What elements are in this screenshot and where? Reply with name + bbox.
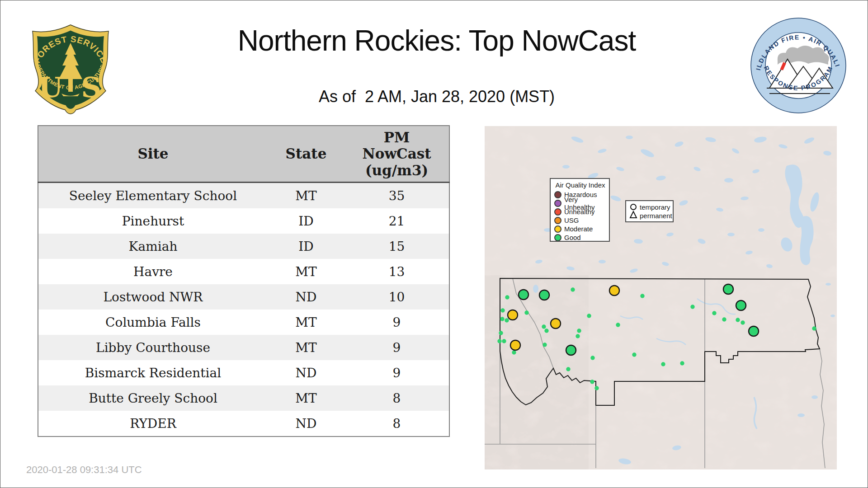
aqi-item-label: Moderate (564, 225, 593, 233)
aqi-legend-items: HazardousVery UnhealthyUnhealthyUSGModer… (554, 190, 609, 242)
temporary-monitor-dot (576, 334, 580, 338)
temporary-monitor-dot (616, 323, 620, 327)
temporary-monitor-dot (499, 331, 503, 335)
cell-site: Seeley Elementary School (38, 183, 268, 209)
cell-value: 35 (344, 183, 449, 209)
cell-site: Havre (38, 259, 268, 284)
permanent-icon (630, 211, 637, 218)
wfaqrp-logo: WILDLAND FIRE • AIR QUALITY RESPONSE PRO… (749, 16, 848, 115)
cell-state: ND (268, 284, 344, 310)
aqi-legend-item: Moderate (554, 225, 609, 233)
wfaqrp-circle-icon: WILDLAND FIRE • AIR QUALITY RESPONSE PRO… (749, 16, 848, 115)
cell-value: 9 (344, 335, 449, 360)
cell-state: ID (268, 234, 344, 259)
temporary-monitor-dot (640, 294, 644, 298)
aqi-legend-item: USG (554, 216, 609, 225)
temporary-monitor-dot (722, 317, 726, 321)
temporary-monitor-dot (500, 308, 505, 312)
aqi-swatch-icon (554, 234, 561, 241)
temporary-monitor-dot (632, 352, 636, 357)
temporary-monitor-dot (577, 328, 581, 333)
cell-site: Libby Courthouse (38, 335, 268, 360)
cell-state: MT (268, 335, 344, 360)
temporary-monitor-dot (590, 356, 594, 360)
cell-state: ND (268, 360, 344, 385)
column-header-state: State (268, 126, 344, 183)
temporary-monitor-dot (741, 320, 745, 324)
temporary-monitor-dot (587, 314, 591, 318)
permanent-monitor-dot (566, 345, 576, 355)
aqi-swatch-icon (554, 208, 561, 216)
aqi-swatch-icon (554, 225, 561, 233)
report-page: FOREST SERVICE DEPARTMENT OF AGRICULTURE… (0, 0, 868, 488)
temporary-monitor-dot (736, 318, 740, 322)
temporary-monitor-dot (712, 311, 716, 315)
permanent-monitor-dot (508, 310, 518, 320)
temporary-monitor-dot (497, 339, 501, 343)
temporary-monitor-dot (542, 324, 546, 328)
table-row: Seeley Elementary SchoolMT35 (38, 183, 449, 209)
temporary-monitor-dot (524, 310, 528, 314)
table-row: PinehurstID21 (38, 208, 449, 234)
cell-state: ID (268, 208, 344, 234)
table-row: Bismarck ResidentialND9 (38, 360, 449, 385)
permanent-monitor-dot (749, 326, 759, 336)
temporary-monitor-dot (512, 350, 516, 354)
temporary-monitor-dot (690, 305, 694, 309)
permanent-label: permanent (640, 211, 672, 220)
monitor-map: Air Quality Index HazardousVery Unhealth… (485, 126, 837, 469)
permanent-monitor-dot (609, 286, 619, 296)
cell-value: 9 (344, 360, 449, 385)
cell-value: 8 (344, 385, 449, 411)
page-subtitle: As of 2 AM, Jan 28, 2020 (MST) (179, 87, 694, 106)
temporary-monitor-dot (502, 339, 506, 343)
cell-state: ND (268, 411, 344, 436)
temporary-monitor-dot (505, 295, 509, 299)
cell-state: MT (268, 385, 344, 411)
cell-state: MT (268, 310, 344, 335)
permanent-monitor-dot (551, 319, 561, 328)
aqi-legend: Air Quality Index HazardousVery Unhealth… (550, 178, 610, 242)
cell-value: 9 (344, 310, 449, 335)
temporary-monitor-dot (594, 386, 599, 390)
cell-value: 15 (344, 234, 449, 259)
permanent-monitor-dot (736, 300, 746, 310)
cell-site: RYDER (38, 411, 268, 436)
table-row: Libby CourthouseMT9 (38, 335, 449, 360)
aqi-legend-item: Very Unhealthy (554, 199, 609, 207)
aqi-legend-item: Good (554, 233, 609, 242)
forest-service-logo: FOREST SERVICE DEPARTMENT OF AGRICULTURE… (25, 19, 116, 119)
temporary-label: temporary (640, 203, 672, 211)
cell-site: Bismarck Residential (38, 360, 268, 385)
cell-state: MT (268, 259, 344, 284)
cell-value: 21 (344, 208, 449, 234)
aqi-item-label: USG (564, 216, 579, 224)
temporary-monitor-dot (542, 343, 547, 347)
nowcast-table-body: Seeley Elementary SchoolMT35PinehurstID2… (38, 183, 449, 437)
cell-site: Kamiah (38, 234, 268, 259)
table-row: Columbia FallsMT9 (38, 310, 449, 335)
table-row: HavreMT13 (38, 259, 449, 284)
table-row: KamiahID15 (38, 234, 449, 259)
temporary-monitor-dot (590, 380, 594, 384)
temporary-icon (631, 204, 636, 210)
cell-state: MT (268, 183, 344, 209)
table-row: RYDERND8 (38, 411, 449, 436)
nowcast-table: Site State PM NowCast (ug/m3) Seeley Ele… (38, 125, 450, 437)
cell-site: Pinehurst (38, 208, 268, 234)
column-header-site: Site (38, 126, 268, 183)
temporary-monitor-dot (661, 362, 665, 366)
temporary-monitor-dot (571, 287, 575, 291)
cell-value: 10 (344, 284, 449, 310)
forest-service-shield-icon: FOREST SERVICE DEPARTMENT OF AGRICULTURE… (25, 19, 116, 119)
cell-site: Butte Greely School (38, 385, 268, 411)
table-row: Butte Greely SchoolMT8 (38, 385, 449, 411)
aqi-legend-title: Air Quality Index (554, 181, 606, 189)
cell-value: 8 (344, 411, 449, 436)
column-header-value: PM NowCast (ug/m3) (344, 126, 449, 183)
permanent-monitor-dot (539, 290, 549, 300)
cell-site: Columbia Falls (38, 310, 268, 335)
aqi-swatch-icon (554, 191, 561, 198)
cell-site: Lostwood NWR (38, 284, 268, 310)
aqi-item-label: Good (564, 234, 581, 241)
